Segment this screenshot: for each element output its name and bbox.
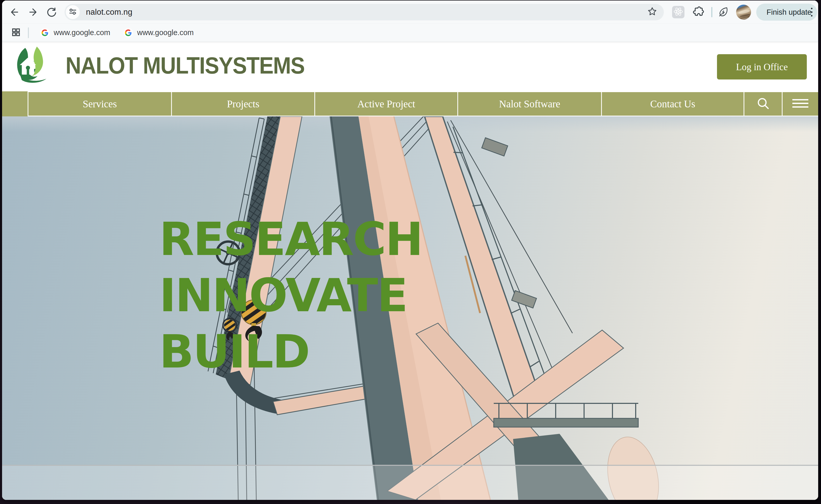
- site-info-button[interactable]: [66, 5, 80, 19]
- apps-grid-button[interactable]: [11, 28, 21, 38]
- puzzle-icon: [692, 6, 704, 19]
- bookmark-item[interactable]: www.google.com: [38, 26, 112, 39]
- hero-section: RESEARCH INNOVATE BUILD: [2, 116, 818, 500]
- back-button[interactable]: [9, 6, 20, 18]
- nav-spacer: [2, 91, 28, 116]
- nav-label: Services: [83, 98, 117, 110]
- nav-label: Active Project: [357, 98, 415, 110]
- login-office-label: Log in Office: [736, 61, 788, 73]
- desktop: { "browser": { "url": "nalot.com.ng", "f…: [0, 0, 821, 504]
- reload-button[interactable]: [45, 6, 57, 18]
- hero-line: INNOVATE: [159, 268, 422, 324]
- login-office-button[interactable]: Log in Office: [717, 54, 807, 79]
- extensions-button[interactable]: [692, 6, 705, 19]
- nalot-leaf-logo-icon: [15, 45, 59, 86]
- address-bar[interactable]: nalot.com.ng: [65, 4, 664, 20]
- google-favicon-icon: [124, 28, 133, 37]
- bookmark-item[interactable]: www.google.com: [122, 26, 196, 39]
- bookmark-star-button[interactable]: [646, 6, 658, 18]
- bookmarks-bar: www.google.com www.google.com: [2, 24, 818, 42]
- reload-icon: [45, 6, 57, 18]
- hamburger-icon: [792, 98, 809, 110]
- site-header: NALOT MULTISYSTEMS Log in Office: [2, 42, 818, 91]
- browser-window: nalot.com.ng Finish update: [2, 1, 818, 500]
- nav-label: Projects: [227, 98, 259, 110]
- nav-label: Nalot Software: [499, 98, 560, 110]
- nav-item-nalot-software[interactable]: Nalot Software: [457, 91, 602, 116]
- toolbar-separator: [711, 7, 712, 17]
- forward-icon: [27, 6, 39, 18]
- battery-saver-button[interactable]: [716, 5, 730, 19]
- react-devtools-extension-button[interactable]: [672, 6, 684, 18]
- bookmarks-separator: [28, 27, 29, 38]
- finish-update-label: Finish update: [767, 8, 811, 17]
- nav-item-projects[interactable]: Projects: [171, 91, 315, 116]
- profile-avatar[interactable]: [736, 5, 751, 20]
- star-icon: [647, 6, 658, 18]
- back-icon: [9, 6, 20, 18]
- leaf-energy-icon: [717, 5, 729, 19]
- hero-heading: RESEARCH INNOVATE BUILD: [159, 211, 422, 380]
- nav-item-active-project[interactable]: Active Project: [314, 91, 458, 116]
- bookmark-label: www.google.com: [54, 28, 110, 37]
- hero-line: BUILD: [159, 324, 422, 380]
- nav-item-contact-us[interactable]: Contact Us: [601, 91, 744, 116]
- browser-toolbar: nalot.com.ng Finish update: [2, 1, 818, 24]
- brand-text: NALOT MULTISYSTEMS: [66, 52, 305, 79]
- forward-button[interactable]: [27, 6, 39, 18]
- finish-update-button[interactable]: Finish update: [756, 4, 817, 21]
- react-extension-icon: [673, 6, 683, 18]
- url-text: nalot.com.ng: [86, 7, 132, 17]
- nav-search-button[interactable]: [744, 91, 783, 116]
- search-icon: [755, 95, 771, 113]
- site-logo[interactable]: NALOT MULTISYSTEMS: [15, 45, 325, 86]
- main-nav: Services Projects Active Project Nalot S…: [2, 91, 818, 116]
- nav-label: Contact Us: [650, 98, 695, 110]
- three-dot-menu-icon[interactable]: [811, 8, 812, 17]
- nav-item-services[interactable]: Services: [28, 91, 172, 116]
- site-info-icon: [68, 7, 77, 17]
- bookmark-label: www.google.com: [137, 28, 194, 37]
- apps-grid-icon: [11, 27, 21, 38]
- google-favicon-icon: [40, 28, 50, 37]
- nav-menu-button[interactable]: [782, 91, 818, 116]
- hero-line: RESEARCH: [159, 211, 422, 268]
